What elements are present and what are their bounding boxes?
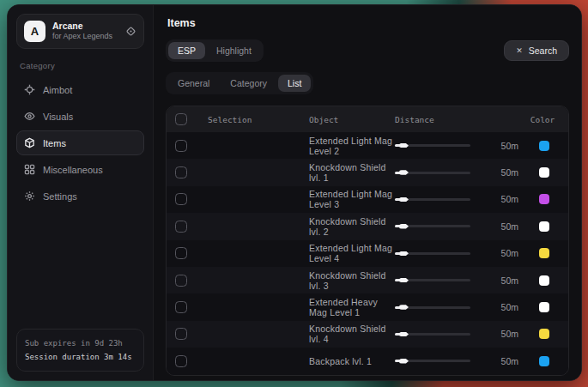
sub-expiry-text: Sub expires in 9d 23h: [25, 336, 136, 350]
distance-slider[interactable]: [395, 168, 470, 177]
object-name: Backpack lvl. 1: [309, 356, 395, 366]
object-name: Extended Light Mag Level 2: [309, 136, 395, 156]
color-swatch[interactable]: [539, 248, 549, 258]
distance-value: 50m: [481, 167, 525, 178]
distance-slider[interactable]: [395, 276, 470, 285]
object-name: Extended Light Mag Level 3: [309, 189, 395, 209]
column-header-color: Color: [530, 115, 555, 124]
table-row: Knockdown Shield lvl. 150m: [167, 159, 568, 185]
page-title: Items: [167, 17, 569, 29]
color-swatch[interactable]: [539, 302, 549, 312]
sidebar-item-items[interactable]: Items: [16, 130, 144, 155]
color-swatch[interactable]: [539, 221, 549, 232]
color-swatch[interactable]: [539, 275, 549, 286]
distance-value: 50m: [481, 302, 525, 312]
table-row: Knockdown Shield lvl. 450m: [167, 321, 568, 348]
view-tab-list[interactable]: List: [278, 75, 311, 92]
grid-icon: [24, 164, 35, 175]
distance-slider[interactable]: [395, 249, 470, 257]
app-title: Arcane: [52, 21, 118, 32]
view-tab-general[interactable]: General: [168, 75, 219, 92]
row-checkbox[interactable]: [175, 140, 187, 152]
esp-highlight-tabs: ESPHighlight: [166, 39, 264, 62]
sidebar-item-visuals[interactable]: Visuals: [16, 104, 144, 129]
row-checkbox[interactable]: [175, 221, 187, 233]
app-subtitle: for Apex Legends: [52, 32, 118, 41]
distance-value: 50m: [481, 141, 525, 151]
row-checkbox[interactable]: [175, 301, 187, 313]
distance-value: 50m: [481, 356, 525, 366]
sidebar-item-settings[interactable]: Settings: [16, 184, 144, 209]
gem-icon[interactable]: [125, 26, 136, 37]
sidebar-item-miscellaneous[interactable]: Miscellaneous: [16, 157, 144, 182]
search-button[interactable]: ✕ Search: [504, 40, 569, 61]
app-logo: A: [24, 21, 45, 42]
column-header-distance: Distance: [395, 115, 481, 124]
main-panel: Items ESPHighlight ✕ Search GeneralCateg…: [154, 5, 581, 380]
tab-esp[interactable]: ESP: [168, 42, 205, 59]
distance-slider[interactable]: [395, 195, 470, 203]
row-checkbox[interactable]: [175, 247, 187, 259]
table-row: Extended Heavy Mag Level 150m: [167, 293, 568, 320]
row-checkbox[interactable]: [175, 166, 187, 178]
distance-value: 50m: [481, 275, 525, 286]
tab-highlight[interactable]: Highlight: [207, 42, 261, 59]
select-all-checkbox[interactable]: [175, 113, 187, 125]
object-name: Extended Light Mag Level 4: [309, 243, 395, 263]
color-swatch[interactable]: [539, 194, 549, 204]
items-table: Selection Object Distance Color Extended…: [166, 106, 569, 376]
session-duration-text: Session duration 3m 14s: [25, 350, 136, 364]
eye-icon: [24, 111, 35, 122]
table-header-row: Selection Object Distance Color: [167, 106, 568, 132]
object-name: Extended Heavy Mag Level 1: [309, 297, 395, 317]
view-tabs-row: GeneralCategoryList: [166, 72, 569, 94]
color-swatch[interactable]: [539, 167, 549, 178]
sidebar-item-label: Aimbot: [43, 85, 72, 95]
row-checkbox[interactable]: [175, 193, 187, 205]
sidebar-item-label: Settings: [43, 191, 77, 202]
sidebar-nav: AimbotVisualsItemsMiscellaneousSettings: [16, 77, 144, 209]
sidebar-item-aimbot[interactable]: Aimbot: [16, 77, 144, 102]
crosshair-icon: [24, 84, 35, 95]
color-swatch[interactable]: [539, 329, 549, 339]
sidebar-item-label: Visuals: [43, 112, 73, 122]
object-name: Knockdown Shield lvl. 4: [309, 324, 395, 344]
table-body: Extended Light Mag Level 250mKnockdown S…: [167, 132, 568, 375]
table-row: Knockdown Shield lvl. 250m: [167, 213, 568, 239]
distance-slider[interactable]: [395, 357, 470, 366]
distance-value: 50m: [481, 221, 525, 232]
gear-icon: [24, 190, 35, 202]
view-tabs: GeneralCategoryList: [166, 72, 313, 94]
view-tab-category[interactable]: Category: [221, 75, 276, 92]
object-name: Knockdown Shield lvl. 1: [309, 162, 395, 183]
table-row: Backpack lvl. 150m: [167, 348, 568, 374]
search-button-label: Search: [529, 45, 557, 56]
distance-slider[interactable]: [395, 142, 470, 150]
search-icon: ✕: [516, 46, 523, 55]
row-checkbox[interactable]: [175, 275, 187, 287]
sidebar-item-label: Miscellaneous: [43, 165, 103, 175]
brand-text: Arcane for Apex Legends: [52, 21, 118, 41]
object-name: Knockdown Shield lvl. 3: [309, 270, 395, 291]
session-card: Sub expires in 9d 23h Session duration 3…: [16, 329, 144, 372]
column-header-selection: Selection: [208, 115, 309, 124]
sidebar: A Arcane for Apex Legends Category Aimbo…: [8, 5, 154, 380]
row-checkbox[interactable]: [175, 355, 187, 367]
distance-slider[interactable]: [395, 222, 470, 231]
category-section-label: Category: [20, 61, 141, 70]
table-row: Extended Light Mag Level 450m: [167, 240, 568, 267]
color-swatch[interactable]: [539, 141, 549, 151]
distance-slider[interactable]: [395, 330, 470, 338]
app-window: A Arcane for Apex Legends Category Aimbo…: [7, 4, 582, 381]
distance-value: 50m: [481, 248, 525, 258]
table-row: Extended Light Mag Level 250m: [167, 132, 568, 159]
distance-slider[interactable]: [395, 303, 470, 311]
distance-value: 50m: [481, 194, 525, 204]
box-icon: [24, 137, 35, 148]
color-swatch[interactable]: [539, 356, 549, 366]
table-row: Knockdown Shield lvl. 350m: [167, 267, 568, 293]
row-checkbox[interactable]: [175, 328, 187, 340]
table-row: Extended Light Mag Level 350m: [167, 186, 568, 213]
object-name: Knockdown Shield lvl. 2: [309, 216, 395, 237]
brand-card: A Arcane for Apex Legends: [16, 14, 144, 49]
